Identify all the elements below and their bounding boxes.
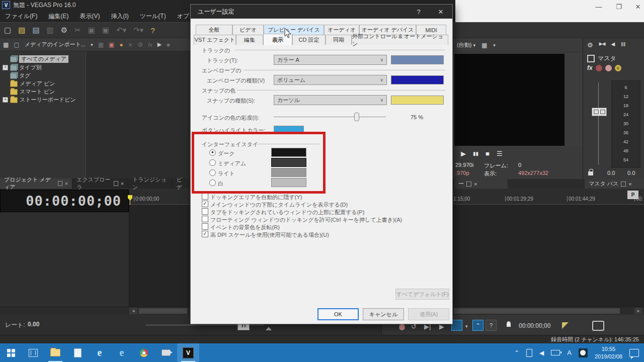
tree-item-smart-bin[interactable]: スマート ビン xyxy=(0,88,86,96)
saturation-slider-thumb[interactable] xyxy=(354,113,359,121)
preview-play-icon[interactable]: ▶ xyxy=(461,150,466,157)
close-icon[interactable]: × xyxy=(628,181,631,187)
preview-stop-icon[interactable]: ■ xyxy=(486,150,490,157)
bg-close-button[interactable]: ✕ xyxy=(630,3,644,11)
ok-button[interactable]: OK xyxy=(317,308,359,320)
menu-file[interactable]: ファイル(F) xyxy=(5,12,37,21)
marker-tool-button[interactable]: P xyxy=(627,191,638,199)
import-media-label[interactable]: メディアのインポート... xyxy=(25,41,86,48)
usb-device-icon[interactable] xyxy=(526,349,532,357)
tree-item-tags[interactable]: タグ xyxy=(0,72,86,79)
media-properties-icon[interactable]: ⚙ xyxy=(137,41,143,48)
dialog-tab-video[interactable]: ビデオ xyxy=(232,25,264,35)
envelope-tool-icon[interactable] xyxy=(592,321,604,331)
volume-icon[interactable]: ◀ xyxy=(539,349,544,356)
rate-up-arrow-icon[interactable] xyxy=(266,327,272,330)
start-button[interactable] xyxy=(0,343,22,362)
tab-video-fx[interactable]: ビデ xyxy=(173,178,191,189)
checkbox-allow-floating-dock[interactable] xyxy=(202,216,208,222)
fit-view-icon[interactable]: ▶◀ xyxy=(599,41,605,49)
media-fx-icon[interactable]: fx xyxy=(148,42,152,48)
import-media-icon[interactable]: ▢ xyxy=(14,41,19,48)
master-meter-icon[interactable] xyxy=(587,55,595,62)
record-bus-icon[interactable] xyxy=(605,65,612,71)
render-as-icon[interactable]: ▥ xyxy=(47,26,54,35)
preview-pause-icon[interactable]: ▮▮ xyxy=(473,151,478,156)
tree-item-media-bin[interactable]: メディア ビン xyxy=(0,80,86,87)
tab-master-bus[interactable]: マスタ パス × xyxy=(585,179,644,189)
tree-item-all-media[interactable]: すべてのメディア xyxy=(0,55,86,63)
battery-icon[interactable] xyxy=(551,350,560,355)
bg-maximize-button[interactable]: ❐ xyxy=(611,3,626,11)
checkbox-tabs-at-top[interactable] xyxy=(202,208,208,215)
auto-ripple-button[interactable] xyxy=(451,320,462,331)
envelope-color-swatch[interactable] xyxy=(391,75,444,84)
track-color-swatch[interactable] xyxy=(391,55,444,64)
close-icon[interactable]: × xyxy=(474,181,477,187)
tool-dropdown-icon[interactable]: ▾ xyxy=(465,324,468,329)
envelope-type-select[interactable]: ボリューム∨ xyxy=(274,75,387,85)
pin-icon[interactable] xyxy=(58,181,62,186)
scroll-right-button[interactable]: ▸ xyxy=(634,308,642,314)
tab-transitions[interactable]: トランジション xyxy=(128,178,173,189)
lock-icon[interactable] xyxy=(588,170,594,176)
timeline-track-area-left[interactable] xyxy=(129,205,192,307)
selection-tool-button[interactable]: ? xyxy=(486,320,497,331)
tray-chevron-up-icon[interactable]: ⌃ xyxy=(514,349,519,356)
dialog-tab-vst-effects[interactable]: VST エフェクト xyxy=(194,35,236,45)
default-all-button[interactable]: すべてデフォルト(F) xyxy=(395,289,449,300)
dialog-help-button[interactable]: ? xyxy=(412,8,425,16)
expander-icon[interactable]: + xyxy=(3,65,8,70)
dialog-tab-general[interactable]: 全般 xyxy=(196,25,232,35)
scrollbar-thumb[interactable] xyxy=(139,308,187,314)
overlays-dropdown-icon[interactable]: ▾ xyxy=(493,43,496,48)
taskbar-edge[interactable]: e xyxy=(89,343,111,362)
capture-video-icon[interactable]: ▣ xyxy=(109,41,114,48)
open-project-icon[interactable]: ▨ xyxy=(18,26,25,35)
scrollbar-thumb[interactable] xyxy=(454,308,620,314)
expander-icon[interactable]: + xyxy=(3,97,8,103)
taskbar-notepad[interactable] xyxy=(66,343,89,362)
dialog-tab-sync[interactable]: 同期 xyxy=(326,35,352,45)
saturation-slider-track[interactable] xyxy=(274,117,386,117)
menu-insert[interactable]: 挿入(I) xyxy=(111,12,128,21)
redo-icon[interactable]: ↷▾ xyxy=(133,26,143,35)
solo-icon[interactable]: S xyxy=(615,65,621,71)
preview-play-icon[interactable]: ▶ xyxy=(157,41,162,48)
taskbar-chrome[interactable] xyxy=(133,343,155,362)
tree-item-by-type[interactable]: + タイプ別 xyxy=(0,64,86,71)
pin-icon[interactable] xyxy=(114,181,118,186)
ime-mode-indicator[interactable]: A xyxy=(567,349,572,356)
taskbar-vegas-pro[interactable]: V xyxy=(177,343,199,362)
tab-explorer[interactable]: エクスプローラ × xyxy=(72,178,128,189)
overlays-grid-icon[interactable]: ▦ xyxy=(481,42,487,49)
checkbox-invert-event-bg[interactable] xyxy=(202,223,208,230)
pin-icon[interactable] xyxy=(466,182,471,187)
taskbar-clock[interactable]: 10:55 2019/02/08 xyxy=(595,345,622,360)
media-manager-icon[interactable]: ▦ xyxy=(3,41,9,48)
tab-project-media[interactable]: プロジェクト メディア × xyxy=(0,178,72,189)
checkbox-high-dpi[interactable]: ✓ xyxy=(202,231,208,237)
marker-pin-icon[interactable] xyxy=(507,321,511,327)
video-preview-frame[interactable] xyxy=(454,54,565,146)
new-project-icon[interactable]: ▢ xyxy=(4,26,11,35)
project-properties-icon[interactable]: ⚙ xyxy=(61,26,67,35)
save-project-icon[interactable]: ▤ xyxy=(32,26,39,35)
import-dropdown-icon[interactable]: ▾ xyxy=(91,42,93,47)
loop-region-triangle-icon[interactable] xyxy=(562,322,569,329)
taskbar-internet-explorer[interactable]: e xyxy=(111,343,133,362)
snap-color-swatch[interactable] xyxy=(391,96,444,105)
scroll-left-button[interactable]: ◂ xyxy=(129,308,137,314)
close-icon[interactable]: × xyxy=(121,180,124,187)
preview-quality-select[interactable]: (自動) ▾ xyxy=(457,41,475,49)
taskbar-recorder-app[interactable] xyxy=(155,343,177,362)
record-microphone-icon[interactable] xyxy=(399,323,405,330)
track-color-select[interactable]: カラー A∨ xyxy=(274,55,387,65)
track-list-header-area[interactable] xyxy=(0,212,129,307)
dialog-tab-preview-device[interactable]: プレビュー デバイス xyxy=(264,25,324,35)
checkbox-timeline-at-bottom[interactable]: ✓ xyxy=(202,201,208,207)
undo-icon[interactable]: ↶▾ xyxy=(116,26,126,35)
dialog-titlebar[interactable]: ユーザー設定 ? ✕ xyxy=(191,5,452,19)
menu-view[interactable]: 表示(V) xyxy=(79,12,100,21)
close-icon[interactable]: × xyxy=(65,180,68,187)
